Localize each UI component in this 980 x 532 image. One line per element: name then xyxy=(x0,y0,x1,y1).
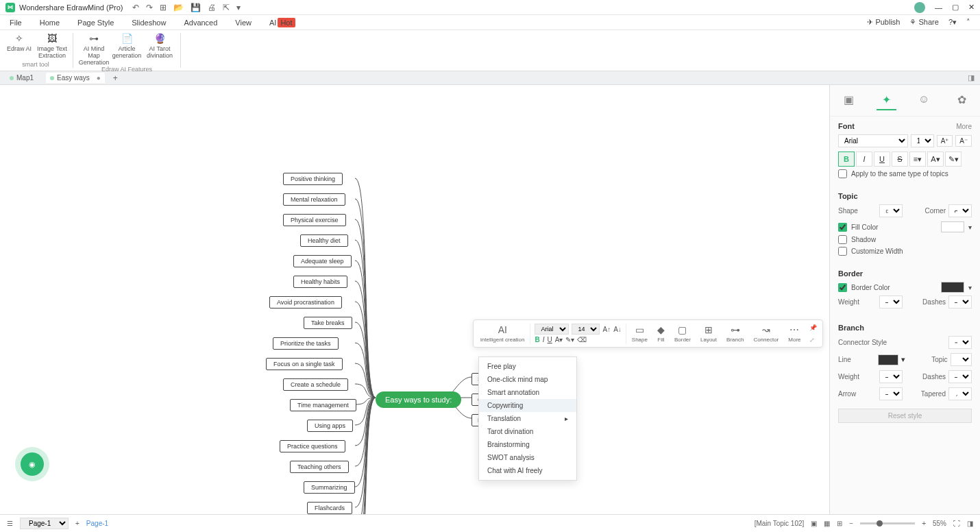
reset-style-button[interactable]: Reset style xyxy=(838,409,972,423)
ai-creation-button[interactable]: AIintelligent creation xyxy=(476,323,528,344)
context-item[interactable]: SWOT analysis xyxy=(479,451,576,464)
zoom-out-button[interactable]: − xyxy=(849,520,853,527)
zoom-in-button[interactable]: + xyxy=(922,520,926,527)
save-icon[interactable]: 💾 xyxy=(191,3,201,12)
zoom-value[interactable]: 55% xyxy=(933,520,946,527)
view-mode-2-icon[interactable]: ▦ xyxy=(824,520,830,527)
connector-style-select[interactable]: ⊸ xyxy=(948,336,972,349)
leaf-topic[interactable]: Summarizing xyxy=(304,481,355,494)
article-gen-button[interactable]: 📄Article generation xyxy=(112,32,142,66)
tarot-button[interactable]: 🔮AI Tarot divination xyxy=(145,32,175,66)
italic-button[interactable]: I xyxy=(543,336,545,343)
branch-button[interactable]: ⊶Branch xyxy=(722,323,748,344)
help-icon[interactable]: ?▾ xyxy=(948,18,957,27)
add-page-button[interactable]: + xyxy=(75,520,79,527)
menu-view[interactable]: View xyxy=(235,19,252,27)
underline-button[interactable]: U xyxy=(548,336,552,343)
page-select[interactable]: Page-1 xyxy=(20,518,69,529)
context-item[interactable]: Chat with AI freely xyxy=(479,464,576,477)
panel-tab-theme[interactable]: ✿ xyxy=(952,90,972,110)
shape-select[interactable]: ▭ xyxy=(879,204,903,217)
fill-color-swatch[interactable] xyxy=(941,221,964,232)
view-mode-1-icon[interactable]: ▣ xyxy=(811,520,817,527)
context-item[interactable]: Copywriting xyxy=(479,399,576,412)
toggle-panel-icon[interactable]: ◨ xyxy=(968,73,975,82)
arrow-select[interactable]: — xyxy=(879,387,903,400)
menu-ai[interactable]: AIHot xyxy=(269,19,295,27)
share-button[interactable]: ⚘ Share xyxy=(909,18,938,27)
clear-format-button[interactable]: ⌫ xyxy=(577,336,587,343)
border-button[interactable]: ▢Border xyxy=(670,323,695,344)
menu-page-style[interactable]: Page Style xyxy=(77,19,114,27)
leaf-topic[interactable]: Positive thinking xyxy=(283,173,343,185)
center-topic[interactable]: Easy ways to study: xyxy=(376,391,461,408)
user-avatar[interactable] xyxy=(914,2,925,13)
underline-toggle[interactable]: U xyxy=(874,152,890,167)
apply-same-type-check[interactable]: Apply to the same type of topics xyxy=(838,169,972,178)
branch-dashes-select[interactable]: — xyxy=(948,370,972,383)
leaf-topic[interactable]: Avoid procrastination xyxy=(269,296,342,309)
menu-advanced[interactable]: Advanced xyxy=(184,19,217,27)
leaf-topic[interactable]: Prioritize the tasks xyxy=(273,337,339,350)
leaf-topic[interactable]: Take breaks xyxy=(304,317,352,329)
outline-icon[interactable]: ☰ xyxy=(7,520,13,527)
bold-toggle[interactable]: B xyxy=(838,152,855,167)
menu-home[interactable]: Home xyxy=(40,19,60,27)
open-icon[interactable]: 📂 xyxy=(173,3,184,12)
ai-fab-button[interactable]: ◉ xyxy=(21,452,44,476)
expand-icon[interactable]: ⤢ xyxy=(809,337,817,343)
branch-weight-select[interactable]: — xyxy=(879,370,903,383)
view-mode-3-icon[interactable]: ⊞ xyxy=(837,520,842,527)
pin-icon[interactable]: 📌 xyxy=(809,324,817,331)
leaf-topic[interactable]: Healthy diet xyxy=(300,234,348,247)
float-font-select[interactable]: Arial xyxy=(535,324,569,335)
image-text-extraction-button[interactable]: 🖼Image Text Extraction xyxy=(37,32,67,59)
menu-file[interactable]: File xyxy=(10,19,22,27)
more-button[interactable]: ⋯More xyxy=(784,323,805,344)
leaf-topic[interactable]: Physical exercise xyxy=(283,214,346,226)
fit-screen-icon[interactable]: ⛶ xyxy=(953,520,960,527)
bold-button[interactable]: B xyxy=(535,336,539,343)
export-icon[interactable]: ⇱ xyxy=(223,3,230,12)
leaf-topic[interactable]: Flashcards xyxy=(307,502,352,514)
context-item[interactable]: Brainstorming xyxy=(479,438,576,451)
grow-font-button[interactable]: A⁺ xyxy=(937,135,953,147)
close-button[interactable]: ✕ xyxy=(968,3,975,12)
shape-button[interactable]: ▭Shape xyxy=(628,323,652,344)
print-icon[interactable]: 🖨 xyxy=(208,3,216,12)
fullscreen-icon[interactable]: ◨ xyxy=(967,520,973,527)
align-button[interactable]: ≡▾ xyxy=(909,152,926,167)
branch-topic-select[interactable] xyxy=(951,353,972,366)
shadow-check[interactable]: Shadow xyxy=(838,235,972,244)
leaf-topic[interactable]: Focus on a single task xyxy=(266,358,343,370)
more-qat-icon[interactable]: ▾ xyxy=(236,3,241,12)
border-weight-select[interactable]: — xyxy=(879,295,903,309)
leaf-topic[interactable]: Adequate sleep xyxy=(293,255,352,267)
canvas-workspace[interactable]: Easy ways to study: Positive thinkingMen… xyxy=(0,85,829,514)
fill-button[interactable]: ◆Fill xyxy=(653,323,669,344)
text-color-button[interactable]: A▾ xyxy=(927,152,944,167)
leaf-topic[interactable]: Practice questions xyxy=(280,440,345,452)
custom-width-check[interactable]: Customize Width xyxy=(838,247,972,256)
highlight-color-button[interactable]: ✎▾ xyxy=(945,152,961,167)
leaf-topic[interactable]: Time management xyxy=(290,399,356,411)
leaf-topic[interactable]: Create a schedule xyxy=(283,378,348,391)
fill-color-check[interactable]: Fill Color▾ xyxy=(838,221,972,232)
font-more-link[interactable]: More xyxy=(956,123,972,130)
minimize-button[interactable]: — xyxy=(935,3,942,12)
menu-slideshow[interactable]: Slideshow xyxy=(132,19,166,27)
redo-icon[interactable]: ↷ xyxy=(146,3,153,12)
context-item[interactable]: One-click mind map xyxy=(479,373,576,386)
increase-font-icon[interactable]: A↑ xyxy=(602,326,611,333)
zoom-slider[interactable] xyxy=(860,522,915,524)
decrease-font-icon[interactable]: A↓ xyxy=(613,326,622,333)
leaf-topic[interactable]: Mental relaxation xyxy=(283,193,345,206)
edraw-ai-button[interactable]: ✧Edraw AI xyxy=(4,32,34,59)
border-color-check[interactable]: Border Color▾ xyxy=(838,282,972,293)
context-item[interactable]: Free play xyxy=(479,360,576,373)
publish-button[interactable]: ✈ Publish xyxy=(867,18,900,27)
leaf-topic[interactable]: Teaching others xyxy=(290,461,349,473)
float-size-select[interactable]: 14 xyxy=(572,324,600,335)
tab-map1[interactable]: Map1 xyxy=(5,73,38,83)
collapse-ribbon-icon[interactable]: ˄ xyxy=(966,18,970,27)
